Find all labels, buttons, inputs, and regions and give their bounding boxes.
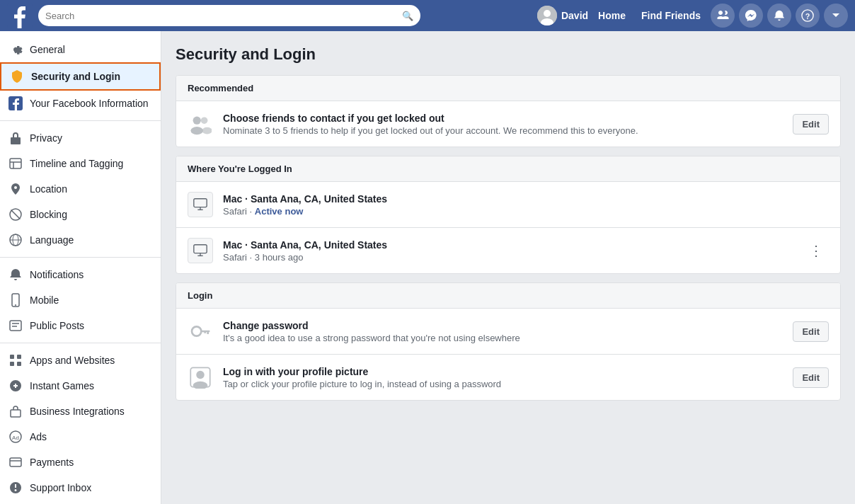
section-header-logged-in: Where You're Logged In (176, 156, 840, 182)
row-profile-picture-login: Log in with your profile picture Tap or … (176, 355, 840, 400)
sidebar-item-support-inbox[interactable]: Support Inbox (0, 475, 161, 500)
sidebar-item-payments[interactable]: Payments (0, 449, 161, 475)
svg-point-17 (15, 304, 16, 306)
row-action-profile-pic: Edit (793, 367, 829, 388)
session-active-title: Mac · Santa Ana, CA, United States (223, 193, 829, 205)
svg-point-47 (193, 382, 208, 389)
edit-trusted-contacts-button[interactable]: Edit (793, 114, 829, 134)
help-icon[interactable]: ? (796, 4, 820, 28)
dropdown-icon[interactable] (824, 4, 848, 28)
facebook-icon (8, 96, 23, 110)
row-trusted-contacts: Choose friends to contact if you get loc… (176, 101, 840, 147)
monitor-icon (188, 192, 213, 217)
section-header-login: Login (176, 283, 840, 309)
sidebar-item-business-integrations[interactable]: Business Integrations (0, 399, 161, 424)
notifications-icon[interactable] (767, 4, 791, 28)
change-password-desc: It's a good idea to use a strong passwor… (223, 333, 783, 343)
svg-rect-18 (10, 321, 21, 331)
avatar (537, 6, 557, 25)
more-options-button[interactable]: ⋮ (803, 240, 829, 261)
sidebar-item-label: Support Inbox (30, 482, 91, 493)
svg-rect-23 (10, 362, 14, 366)
sidebar-item-label: Your Facebook Information (30, 97, 149, 110)
svg-point-32 (190, 127, 203, 134)
sidebar-item-blocking[interactable]: Blocking (0, 202, 161, 227)
row-session-active: Mac · Santa Ana, CA, United States Safar… (176, 182, 840, 228)
sidebar-item-label: Security and Login (31, 71, 120, 82)
svg-point-2 (544, 10, 551, 17)
messenger-icon[interactable] (739, 4, 763, 28)
topnav-right: David Home Find Friends ? (537, 4, 848, 28)
search-input[interactable] (45, 11, 402, 21)
topnav-username: David (561, 10, 588, 21)
sidebar-item-ads[interactable]: Ad Ads (0, 424, 161, 449)
svg-point-31 (193, 117, 201, 125)
edit-profile-pic-login-button[interactable]: Edit (793, 367, 829, 388)
svg-point-46 (196, 371, 204, 379)
games-icon (8, 379, 23, 393)
row-session-old: Mac · Santa Ana, CA, United States Safar… (176, 228, 840, 273)
svg-point-41 (192, 326, 201, 336)
sidebar-item-label: Blocking (30, 209, 67, 220)
session-old-title: Mac · Santa Ana, CA, United States (223, 239, 793, 251)
svg-rect-8 (10, 159, 21, 168)
ads-icon: Ad (8, 430, 23, 444)
sidebar-item-apps-websites[interactable]: Apps and Websites (0, 348, 161, 373)
row-action-edit: Edit (793, 114, 829, 134)
sidebar-item-notifications[interactable]: Notifications (0, 262, 161, 287)
payments-icon (8, 455, 23, 469)
sidebar-item-privacy[interactable]: Privacy (0, 125, 161, 151)
sidebar-item-label: Apps and Websites (30, 355, 115, 366)
sidebar-item-label: Business Integrations (30, 406, 125, 417)
home-link[interactable]: Home (592, 7, 631, 24)
business-icon (8, 404, 23, 418)
svg-rect-21 (10, 355, 14, 359)
sidebar-item-general[interactable]: General (0, 37, 161, 62)
sidebar-item-security-login[interactable]: Security and Login (0, 62, 161, 91)
sidebar-item-facebook-info[interactable]: Your Facebook Information (0, 91, 161, 116)
sidebar-item-label: Ads (30, 431, 47, 442)
main-content: Security and Login Recommended Choose fr… (161, 31, 855, 504)
sidebar-item-label: General (30, 44, 65, 55)
public-posts-icon (8, 319, 23, 333)
svg-rect-38 (194, 245, 207, 253)
sidebar-item-instant-games[interactable]: Instant Games (0, 373, 161, 399)
sidebar-item-label: Public Posts (30, 320, 84, 331)
sidebar-item-label: Payments (30, 457, 74, 468)
session-old-desc: Safari · 3 hours ago (223, 252, 793, 263)
shield-icon (10, 69, 24, 84)
notifications-sidebar-icon (8, 268, 23, 282)
language-icon (8, 233, 23, 247)
facebook-logo[interactable] (7, 3, 33, 28)
sidebar-item-timeline-tagging[interactable]: Timeline and Tagging (0, 151, 161, 176)
sidebar-item-label: Timeline and Tagging (30, 158, 123, 169)
session-active-desc: Safari · Active now (223, 206, 829, 217)
sidebar-item-videos[interactable]: Videos (0, 500, 161, 504)
search-bar[interactable]: 🔍 (38, 5, 420, 26)
active-now-label: Active now (255, 206, 304, 217)
section-recommended: Recommended Choose friends to contact if… (176, 75, 841, 147)
row-action-change-password: Edit (793, 321, 829, 342)
find-friends-link[interactable]: Find Friends (636, 7, 706, 24)
privacy-icon (8, 131, 23, 145)
sidebar-item-location[interactable]: Location (0, 176, 161, 202)
sidebar-divider-1 (0, 120, 161, 121)
friends-icon[interactable] (711, 4, 735, 28)
svg-line-12 (11, 210, 21, 219)
row-content-trusted-contacts: Choose friends to contact if you get loc… (223, 113, 783, 136)
svg-rect-22 (17, 355, 21, 359)
sidebar-item-language[interactable]: Language (0, 227, 161, 253)
svg-rect-28 (10, 458, 21, 466)
row-title: Choose friends to contact if you get loc… (223, 113, 783, 124)
sidebar-item-mobile[interactable]: Mobile (0, 287, 161, 313)
row-change-password: Change password It's a good idea to use … (176, 309, 840, 355)
sidebar-divider-2 (0, 257, 161, 258)
section-login: Login Change password It's a good idea t… (176, 282, 841, 401)
topnav-user[interactable]: David (537, 6, 588, 25)
svg-point-34 (202, 127, 212, 134)
timeline-icon (8, 156, 23, 171)
section-logged-in: Where You're Logged In Mac · Santa Ana, … (176, 156, 841, 274)
sidebar-item-public-posts[interactable]: Public Posts (0, 313, 161, 338)
edit-password-button[interactable]: Edit (793, 321, 829, 342)
svg-point-33 (201, 117, 208, 124)
